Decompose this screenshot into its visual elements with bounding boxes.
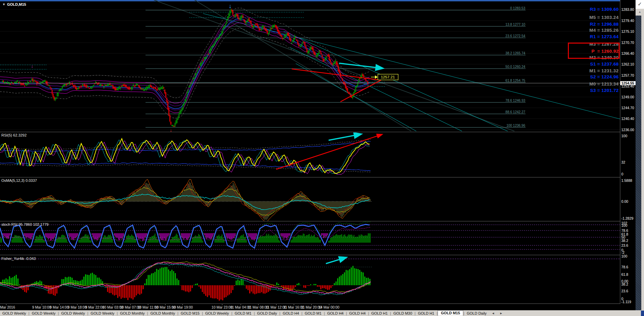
candle-body	[145, 88, 146, 90]
chart-tab[interactable]: GOLD H4	[280, 311, 301, 315]
candle-body	[119, 87, 119, 88]
price-axis-tick: 1236.00	[621, 128, 634, 132]
candle-body	[208, 54, 209, 54]
candle-body	[354, 90, 355, 93]
stoch-rsi-indicator-panel[interactable]	[0, 222, 620, 255]
candle-body	[29, 81, 30, 81]
chart-tab[interactable]: GOLD M15	[178, 311, 202, 315]
candle-body	[290, 39, 291, 41]
candle-body	[264, 26, 265, 29]
chart-tab[interactable]: GOLD Weekly	[203, 311, 231, 315]
chart-tab[interactable]: GOLD Weekly	[59, 311, 87, 315]
panel-splitter[interactable]	[0, 221, 620, 221]
chart-tab[interactable]: GOLD H4	[347, 311, 368, 315]
fib-level-label: 13.8 1277.10	[506, 23, 525, 26]
chart-tab[interactable]: GOLD Weekly	[0, 311, 28, 315]
candle-body	[127, 87, 128, 88]
chart-tab[interactable]: GOLD Monthly	[118, 311, 147, 315]
checkmark-icon[interactable]: ✓	[636, 0, 644, 9]
scroll-up-arrow-icon[interactable]: ▲	[636, 9, 644, 15]
candle-body	[284, 35, 285, 38]
main-price-chart[interactable]: ↓↓↓1257.21	[0, 0, 620, 132]
candle-body	[361, 75, 362, 77]
price-axis[interactable]: 1254.55 1283.801279.401275.101270.701266…	[620, 0, 636, 304]
candle-body	[206, 56, 207, 57]
scrollbar-track[interactable]	[636, 16, 641, 316]
indicator-name-label: Fisher_Yur4ik -0.043	[1, 257, 36, 261]
moving-average-blue	[0, 19, 370, 109]
time-axis-tick	[182, 304, 183, 305]
osma-indicator-panel[interactable]	[0, 178, 620, 221]
candle-body	[31, 79, 32, 80]
candle-body	[291, 43, 292, 43]
chart-symbol-label[interactable]: ▼ GOLD,M15	[2, 2, 26, 6]
fisher-indicator-panel[interactable]	[0, 256, 620, 303]
candle-body	[319, 51, 319, 54]
chart-tab[interactable]: GOLD Weekly	[88, 311, 117, 315]
candle-body	[314, 51, 314, 54]
panel-splitter[interactable]	[0, 132, 620, 132]
time-axis-label: 9 Mar 18:00	[68, 305, 87, 309]
candle-body	[52, 90, 52, 94]
rsi-indicator-panel[interactable]	[0, 132, 620, 177]
candle-body	[323, 58, 324, 62]
candle-body	[268, 33, 269, 34]
chart-tab[interactable]: GOLD Daily	[255, 311, 280, 315]
candle-body	[102, 85, 102, 86]
candle-body	[24, 86, 25, 86]
candle-body	[67, 84, 68, 84]
candle-body	[242, 16, 242, 18]
candle-body	[190, 86, 191, 87]
candle-body	[26, 84, 27, 85]
candle-body	[120, 88, 120, 89]
candle-body	[280, 34, 281, 35]
chart-tab[interactable]: GOLD Weekly	[29, 311, 58, 315]
chart-tab[interactable]: GOLD M1	[232, 311, 254, 315]
time-axis-tick	[276, 304, 276, 305]
candle-body	[326, 56, 327, 59]
candle-body	[150, 85, 151, 87]
candle-body	[241, 17, 241, 20]
indicator-scale-label: 32	[621, 160, 625, 164]
chart-tab-active[interactable]: GOLD M15	[438, 310, 463, 316]
chart-tab[interactable]: GOLD Daily	[464, 311, 489, 315]
candle-body	[154, 88, 155, 88]
indicator-scale-label: 0	[621, 172, 623, 176]
candle-body	[266, 29, 267, 31]
time-axis-label: 10 Mar 23:00	[212, 305, 232, 309]
cyan-arrow	[339, 63, 382, 68]
chart-tab[interactable]: GOLD M1	[303, 311, 324, 315]
chart-tab[interactable]: GOLD Monthly	[148, 311, 177, 315]
candle-body	[180, 111, 180, 114]
candle-body	[221, 31, 222, 34]
tab-nav-arrows[interactable]: ◄ ►	[492, 312, 505, 315]
candle-body	[126, 85, 127, 87]
candle-body	[116, 88, 116, 90]
candle-body	[236, 14, 236, 16]
chart-tab[interactable]: GOLD H1	[369, 311, 390, 315]
candle-body	[191, 84, 192, 84]
candle-body	[262, 26, 263, 29]
price-axis-tick: 1266.40	[621, 51, 634, 55]
panel-splitter[interactable]	[0, 177, 620, 177]
chart-tab[interactable]: GOLD H4	[325, 311, 346, 315]
indicator-scale-label: 23.6	[621, 289, 628, 293]
candle-body	[356, 86, 357, 87]
candle-body	[250, 21, 250, 22]
panel-splitter[interactable]	[0, 255, 620, 255]
price-tag-value: 1257.21	[381, 75, 395, 79]
time-axis-tick	[6, 304, 6, 305]
vertical-scrollbar[interactable]: ✓ ▲	[636, 0, 644, 316]
candle-body	[2, 81, 3, 82]
chart-tab[interactable]: GOLD H1	[416, 311, 437, 315]
chart-tab[interactable]: GOLD M30	[391, 311, 415, 315]
candle-body	[43, 81, 43, 82]
candle-body	[147, 88, 148, 88]
time-axis[interactable]: 9 Mar 20169 Mar 10:009 Mar 14:009 Mar 18…	[0, 304, 620, 310]
candle-body	[80, 86, 81, 87]
candle-body	[219, 36, 220, 38]
candle-body	[292, 41, 293, 42]
candle-body	[213, 44, 214, 46]
candle-body	[143, 89, 144, 91]
candle-body	[35, 80, 35, 81]
